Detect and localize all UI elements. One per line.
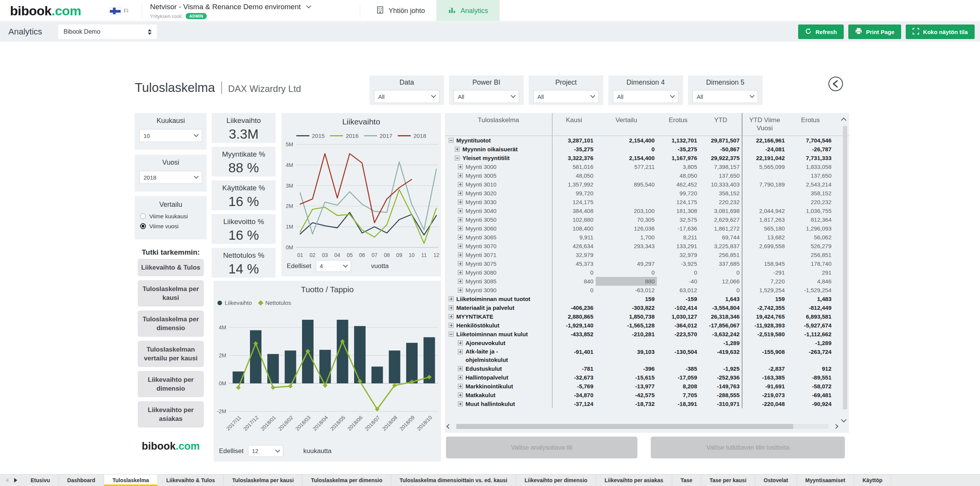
- tabs-next-icon[interactable]: [14, 478, 17, 483]
- report-tab-liikevaihto-per-asiakas[interactable]: Liikevaihto per asiakas: [596, 475, 672, 486]
- legend-item-2015[interactable]: 2015: [296, 133, 325, 139]
- report-tab-etusivu[interactable]: Etusivu: [22, 475, 59, 486]
- filter-select-dimension-4[interactable]: All: [613, 90, 678, 103]
- radio-option-viime-vuosi[interactable]: Viime vuosi: [140, 223, 201, 229]
- column-header-vertailu[interactable]: Vertailu: [596, 113, 657, 136]
- expand-icon[interactable]: [458, 208, 463, 213]
- column-header-ytd-viime-vuosi[interactable]: YTD Viime Vuosi: [742, 113, 787, 136]
- expand-icon[interactable]: [458, 340, 463, 345]
- expand-icon[interactable]: [458, 288, 463, 293]
- report-tab-liikevaihto-tulos[interactable]: Liikevaihto & Tulos: [158, 475, 224, 486]
- top-tab-yhti-n-johto[interactable]: Yhtiön johto: [364, 0, 436, 21]
- expand-icon[interactable]: [449, 296, 454, 301]
- filter-label: Dimension 4: [613, 79, 678, 87]
- column-header-erotus-2[interactable]: Erotus: [787, 113, 834, 136]
- expand-icon[interactable]: [458, 393, 463, 398]
- environment-selector[interactable]: Netvisor - Visma & Renance Demo envirome…: [150, 3, 357, 19]
- period-value: 12: [252, 448, 258, 454]
- expand-icon[interactable]: [449, 323, 454, 328]
- explore-button-tuloslaskelma-per-kausi[interactable]: Tuloslaskelma per kausi: [138, 280, 204, 306]
- filter-select-project[interactable]: All: [533, 90, 599, 103]
- expand-icon[interactable]: [458, 226, 463, 231]
- explore-button-liikevaihto-tulos[interactable]: Liikevaihto & Tulos: [138, 259, 204, 276]
- legend-item-liikevaihto[interactable]: Liikevaihto: [217, 299, 252, 306]
- legend-item-2016[interactable]: 2016: [330, 133, 358, 139]
- report-tab-ostovelat[interactable]: Ostovelat: [755, 475, 797, 486]
- print-page-button[interactable]: Print Page: [848, 25, 901, 39]
- expand-icon[interactable]: [455, 147, 460, 152]
- refresh-button[interactable]: Refresh: [798, 25, 844, 39]
- legend-item-nettotulos[interactable]: Nettotulos: [259, 299, 291, 306]
- top-tab-analytics[interactable]: Analytics: [436, 0, 500, 21]
- explore-button-liikevaihto-per-dimensio[interactable]: Liikevaihto per dimensio: [138, 371, 204, 397]
- report-tab-tase-per-kausi[interactable]: Tase per kausi: [701, 475, 755, 486]
- cell-kausi: [552, 339, 596, 347]
- scrollbar-thumb[interactable]: [456, 424, 793, 429]
- expand-icon[interactable]: [458, 384, 463, 389]
- expand-icon[interactable]: [458, 235, 463, 240]
- expand-icon[interactable]: [458, 401, 463, 406]
- expand-icon[interactable]: [458, 279, 463, 284]
- expand-icon[interactable]: [458, 173, 463, 178]
- period-select[interactable]: 12: [248, 445, 283, 457]
- legend-item-2017[interactable]: 2017: [364, 133, 392, 139]
- explore-button-liikevaihto-per-asiakas[interactable]: Liikevaihto per asiakas: [138, 401, 204, 427]
- cell-ytd-viime-vuosi: 13,682: [742, 233, 787, 242]
- cell-vertailu[interactable]: 880: [596, 277, 657, 286]
- column-header-erotus[interactable]: Erotus: [657, 113, 699, 136]
- expand-icon[interactable]: [458, 349, 463, 354]
- report-tab-liikevaihto-per-dimensio[interactable]: Liikevaihto per dimensio: [516, 475, 596, 486]
- koko-n-yt-n-tila-button[interactable]: Koko näytön tila: [906, 25, 975, 39]
- expand-icon[interactable]: [458, 200, 463, 205]
- radio-icon[interactable]: [140, 213, 146, 219]
- select-account-button[interactable]: Valitse analysoitava tili: [446, 437, 637, 458]
- report-tab-tuloslaskelma[interactable]: Tuloslaskelma: [104, 475, 158, 486]
- explore-button-tuloslaskelma-per-dimensio[interactable]: Tuloslaskelma per dimensio: [138, 311, 204, 337]
- year-select[interactable]: 2018: [139, 171, 202, 184]
- expand-icon[interactable]: [458, 182, 463, 187]
- expand-icon[interactable]: [458, 191, 463, 196]
- scroll-right-icon[interactable]: [833, 424, 838, 429]
- tabs-prev-icon[interactable]: [5, 478, 8, 483]
- expand-icon[interactable]: [458, 244, 463, 249]
- expand-icon[interactable]: [449, 305, 454, 310]
- radio-option-viime-kuukausi[interactable]: Viime kuukausi: [140, 213, 201, 219]
- select-vouchers-button[interactable]: Valitse tutkittavan tilin tositteita: [651, 437, 845, 458]
- expand-icon[interactable]: [458, 375, 463, 380]
- report-tab-k-ytt-p[interactable]: Käyttöp: [854, 475, 891, 486]
- report-tab-tuloslaskelma-dimensioittain-vs-ed-kausi[interactable]: Tuloslaskelma dimensioittain vs. ed. kau…: [391, 475, 516, 486]
- workspace-select[interactable]: Bibook Demo: [58, 25, 157, 39]
- expand-icon[interactable]: [458, 270, 463, 275]
- collapse-icon[interactable]: [449, 138, 454, 143]
- collapse-icon[interactable]: [449, 332, 454, 337]
- period-select[interactable]: 4: [316, 260, 351, 272]
- explore-button-tuloslaskelman-vertailu-per-kausi[interactable]: Tuloslaskelman vertailu per kausi: [138, 341, 204, 367]
- back-button[interactable]: [827, 75, 844, 93]
- scroll-down-icon[interactable]: [841, 417, 846, 422]
- column-header-ytd[interactable]: YTD: [699, 113, 742, 136]
- expand-icon[interactable]: [449, 314, 454, 319]
- scroll-left-icon[interactable]: [446, 424, 451, 429]
- bibook-logo[interactable]: bibook.com: [10, 0, 81, 21]
- locale-switch[interactable]: FI: [109, 0, 128, 21]
- report-tab-tuloslaskelma-per-kausi[interactable]: Tuloslaskelma per kausi: [224, 475, 302, 486]
- expand-icon[interactable]: [458, 366, 463, 371]
- report-tab-dashboard[interactable]: Dashboard: [59, 475, 104, 486]
- filter-select-power-bi[interactable]: All: [454, 90, 519, 103]
- column-header-tuloslaskelma[interactable]: Tuloslaskelma: [445, 113, 552, 136]
- report-tab-tase[interactable]: Tase: [672, 475, 701, 486]
- collapse-icon[interactable]: [455, 155, 460, 160]
- expand-icon[interactable]: [458, 261, 463, 266]
- month-select[interactable]: 10: [139, 129, 202, 142]
- radio-selected-icon[interactable]: [140, 223, 146, 229]
- filter-select-dimension-5[interactable]: All: [693, 90, 758, 103]
- expand-icon[interactable]: [458, 217, 463, 222]
- column-header-kausi[interactable]: Kausi: [552, 113, 596, 136]
- legend-item-2018[interactable]: 2018: [398, 133, 426, 139]
- report-tab-myyntisaamiset[interactable]: Myyntisaamiset: [797, 475, 854, 486]
- expand-icon[interactable]: [458, 164, 463, 169]
- expand-icon[interactable]: [458, 252, 463, 257]
- filter-select-data[interactable]: All: [374, 90, 439, 103]
- vertical-scrollbar[interactable]: [843, 126, 847, 409]
- report-tab-tuloslaskelma-per-dimensio[interactable]: Tuloslaskelma per dimensio: [302, 475, 391, 486]
